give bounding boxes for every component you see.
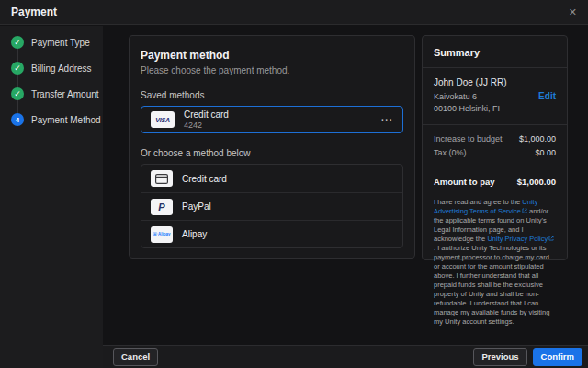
step-billing-address[interactable]: ✓ Billing Address <box>0 55 103 81</box>
amount-to-pay-label: Amount to pay <box>434 177 495 187</box>
choose-method-label: Or choose a method below <box>141 148 403 158</box>
methods-list: Credit card P PayPal Ⓐ Alipay Alipay <box>141 164 403 248</box>
step-transfer-amount[interactable]: ✓ Transfer Amount <box>0 81 103 107</box>
check-icon: ✓ <box>11 36 24 49</box>
legal-text: I have read and agree to the Unity Adver… <box>434 198 556 327</box>
amount-to-pay-value: $1,000.00 <box>517 177 556 187</box>
external-link-icon <box>548 235 554 244</box>
previous-button[interactable]: Previous <box>473 348 526 365</box>
billing-name: John Doe (JJ RR) <box>434 77 556 87</box>
edit-billing-link[interactable]: Edit <box>538 91 556 101</box>
visa-logo-icon: VISA <box>151 111 175 128</box>
confirm-button[interactable]: Confirm <box>533 348 582 365</box>
step-payment-method[interactable]: 4 Payment Method <box>0 107 103 132</box>
divider <box>423 167 567 167</box>
close-icon[interactable]: ✕ <box>569 7 577 17</box>
more-options-icon[interactable]: ··· <box>381 115 393 125</box>
cancel-button[interactable]: Cancel <box>113 348 158 365</box>
modal-header: Payment ✕ <box>0 0 588 25</box>
credit-card-icon <box>151 170 173 187</box>
billing-address-block: John Doe (JJ RR) Kaivokatu 6 00100 Helsi… <box>434 77 556 115</box>
check-icon: ✓ <box>11 87 24 100</box>
alipay-icon: Ⓐ Alipay <box>151 226 173 243</box>
check-icon: ✓ <box>11 62 24 75</box>
summary-panel: Summary John Doe (JJ RR) Kaivokatu 6 001… <box>422 35 568 260</box>
privacy-policy-link[interactable]: Unity Privacy Policy <box>487 235 548 243</box>
step-payment-type[interactable]: ✓ Payment Type <box>0 29 103 55</box>
step-label: Payment Type <box>31 38 90 48</box>
cost-row-budget: Increase to budget $1,000.00 <box>434 134 556 144</box>
footer-bar: Cancel Previous Confirm <box>103 345 588 368</box>
saved-methods-label: Saved methods <box>141 90 403 100</box>
payment-method-panel: Payment method Please choose the payment… <box>129 35 415 259</box>
amount-to-pay-row: Amount to pay $1,000.00 <box>434 177 556 187</box>
cost-rows: Increase to budget $1,000.00 Tax (0%) $0… <box>434 134 556 157</box>
stepper: ✓ Payment Type ✓ Billing Address ✓ Trans… <box>0 26 103 132</box>
saved-card-visa[interactable]: VISA Credit card 4242 ··· <box>141 106 403 133</box>
method-label: Credit card <box>182 174 227 184</box>
step-label: Transfer Amount <box>31 89 99 99</box>
saved-card-texts: Credit card 4242 <box>184 109 229 130</box>
divider <box>423 67 567 68</box>
step-number-icon: 4 <box>11 113 24 126</box>
step-label: Billing Address <box>31 63 92 74</box>
summary-title: Summary <box>434 47 556 58</box>
modal-title: Payment <box>11 6 57 18</box>
billing-address: Kaivokatu 6 00100 Helsinki, FI <box>434 91 556 115</box>
stepper-sidebar: ✓ Payment Type ✓ Billing Address ✓ Trans… <box>0 26 103 368</box>
panel-title: Payment method <box>141 49 403 62</box>
panel-subtitle: Please choose the payment method. <box>141 65 403 75</box>
method-alipay[interactable]: Ⓐ Alipay Alipay <box>141 220 402 247</box>
cost-row-tax: Tax (0%) $0.00 <box>434 148 556 157</box>
method-label: PayPal <box>182 201 211 212</box>
saved-card-last4: 4242 <box>184 121 229 130</box>
step-label: Payment Method <box>31 115 101 125</box>
method-credit-card[interactable]: Credit card <box>141 165 402 192</box>
paypal-icon: P <box>151 199 173 215</box>
divider <box>423 124 567 125</box>
method-paypal[interactable]: P PayPal <box>141 192 402 220</box>
method-label: Alipay <box>182 229 207 239</box>
saved-card-name: Credit card <box>184 109 229 120</box>
